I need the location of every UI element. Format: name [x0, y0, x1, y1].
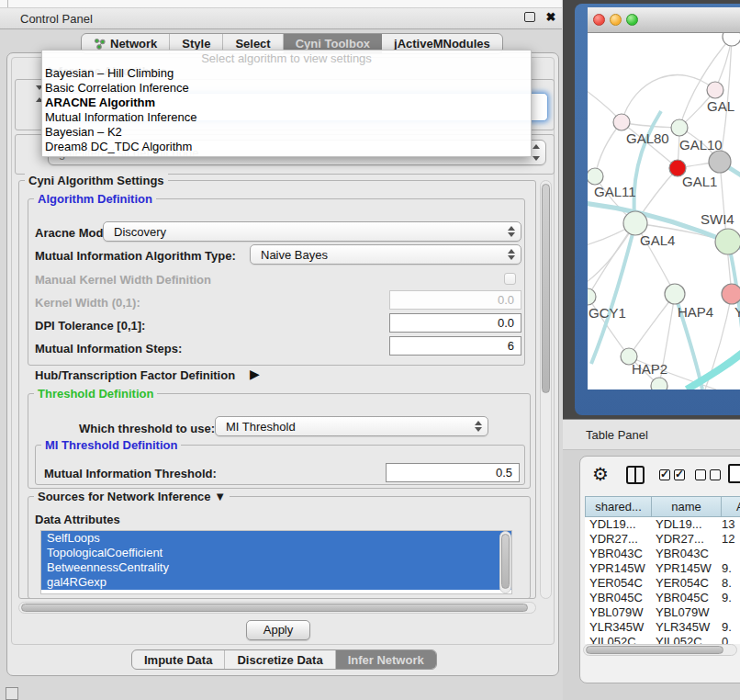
table-row[interactable]: YIL052CYIL052C0 — [585, 635, 740, 644]
kernel-width-label: Kernel Width (0,1): — [35, 296, 140, 310]
sources-title: Sources for Network Inference — [38, 490, 211, 503]
aracne-mode-combobox[interactable]: Discovery — [103, 221, 521, 242]
which-threshold-label: Which threshold to use: — [79, 422, 215, 435]
table-row[interactable]: YBR045CYBR045C9. — [585, 591, 740, 605]
hub-definition-label: Hub/Transcription Factor Definition — [35, 368, 235, 382]
cell: 13 — [722, 517, 740, 532]
close-window-icon[interactable] — [593, 14, 605, 26]
column-header-name[interactable]: name — [652, 496, 722, 517]
deselect-all-icon-2[interactable] — [710, 469, 721, 480]
mi-steps-field[interactable]: 6 — [389, 336, 521, 356]
cell: 0 — [722, 635, 740, 644]
node-gal11[interactable] — [588, 168, 603, 185]
app-root: Control Panel ✖ Network Style Select Cyn… — [0, 0, 740, 700]
cell: 9. — [722, 561, 740, 576]
which-threshold-combobox[interactable]: MI Threshold — [215, 416, 488, 436]
table-row[interactable]: YER054CYER054C8. — [585, 576, 740, 591]
node-gal80[interactable] — [613, 114, 630, 130]
list-item[interactable]: TopologicalCoefficient — [41, 546, 511, 560]
group-title: MI Threshold Definition — [41, 438, 181, 452]
settings-horizontal-scrollbar[interactable] — [18, 602, 536, 614]
node-unlabeled-gray[interactable] — [709, 151, 731, 173]
table-row[interactable]: YDR27...YDR27...12 — [585, 532, 740, 547]
cell: YDR27... — [585, 532, 652, 547]
split-columns-icon[interactable] — [626, 466, 645, 484]
column-header-clipped[interactable]: A — [722, 496, 740, 517]
cell: YLR345W — [652, 620, 722, 635]
dropdown-item[interactable]: Basic Correlation Inference — [45, 81, 528, 96]
kernel-width-field[interactable]: 0.0 — [389, 290, 521, 310]
zoom-window-icon[interactable] — [626, 14, 638, 26]
manual-kernel-width-checkbox[interactable] — [504, 273, 516, 285]
tab-impute-data[interactable]: Impute Data — [132, 650, 225, 669]
tab-label: Discretize Data — [237, 653, 322, 667]
tab-label: Cyni Toolbox — [296, 37, 370, 51]
tab-discretize-data[interactable]: Discretize Data — [225, 650, 335, 669]
select-all-icon-2[interactable] — [674, 469, 685, 480]
node-label: GAL — [707, 98, 734, 114]
node-gal-cut[interactable] — [707, 82, 723, 98]
window-edge-line — [7, 0, 8, 7]
mi-algorithm-type-combobox[interactable]: Naive Bayes — [250, 244, 521, 265]
dropdown-item[interactable]: Bayesian – Hill Climbing — [45, 66, 528, 81]
select-all-icon[interactable] — [659, 469, 670, 480]
list-item[interactable]: BetweennessCentrality — [41, 560, 511, 575]
cell: 12 — [722, 532, 740, 547]
group-title: Cyni Algorithm Settings — [25, 174, 168, 187]
cell: YDL19... — [652, 517, 722, 532]
dropdown-item[interactable]: Bayesian – K2 — [45, 125, 528, 140]
column-header-shared-name[interactable]: shared... — [585, 496, 652, 517]
node-gal10[interactable] — [671, 119, 688, 136]
mi-threshold-label: Mutual Information Threshold: — [44, 467, 217, 480]
network-canvas[interactable]: GAL GAL80 GAL10 GAL1 GAL11 SWI4 GAL4 GCY… — [588, 33, 740, 390]
tab-infer-network[interactable]: Infer Network — [336, 650, 436, 669]
attribute-list-scrollbar[interactable] — [499, 531, 511, 593]
dpi-tolerance-label: DPI Tolerance [0,1]: — [35, 319, 145, 333]
expand-arrow-icon[interactable]: ▶ — [250, 367, 260, 381]
list-item[interactable]: SelfLoops — [41, 531, 511, 546]
table-row[interactable]: YBR043CYBR043C — [585, 547, 740, 561]
dpi-tolerance-field[interactable]: 0.0 — [389, 313, 521, 333]
deselect-all-icon[interactable] — [695, 469, 706, 480]
scrollbar-thumb[interactable] — [501, 534, 510, 589]
panel-title: Control Panel — [20, 8, 93, 29]
close-icon[interactable]: ✖ — [543, 7, 559, 26]
scrollbar-thumb[interactable] — [542, 184, 550, 393]
group-title: Threshold Definition — [34, 387, 157, 401]
apply-button[interactable]: Apply — [246, 620, 310, 640]
table-row[interactable]: YLR345WYLR345W9. — [585, 620, 740, 635]
tab-label: Network — [110, 37, 157, 51]
manual-kernel-width-label: Manual Kernel Width Definition — [35, 273, 211, 287]
gear-icon[interactable]: ⚙ — [592, 463, 609, 485]
mi-threshold-field[interactable]: 0.5 — [386, 463, 520, 482]
node-salmon[interactable] — [722, 284, 740, 304]
bottom-tabbar: Impute Data Discretize Data Infer Networ… — [131, 649, 437, 670]
dropdown-item[interactable]: Dream8 DC_TDC Algorithm — [45, 140, 528, 154]
dropdown-item[interactable]: Mutual Information Inference — [45, 110, 528, 125]
new-table-icon[interactable] — [728, 464, 740, 483]
docked-panel-icon[interactable] — [6, 687, 18, 700]
node-label: GAL80 — [626, 130, 669, 146]
network-window-titlebar[interactable] — [588, 7, 740, 33]
node-unlabeled-bottom[interactable] — [651, 378, 667, 390]
table-panel-title: Table Panel — [586, 420, 648, 450]
cell: YER054C — [585, 576, 652, 591]
table-row[interactable]: YPR145WYPR145W9. — [585, 561, 740, 576]
table-row[interactable]: YDL19...YDL19...13 — [585, 517, 740, 532]
window-top-strip — [0, 0, 562, 7]
node-swi4[interactable] — [715, 229, 740, 254]
settings-vertical-scrollbar[interactable] — [540, 180, 552, 599]
collapse-arrow-icon[interactable]: ▼ — [214, 490, 226, 503]
node-gcy1[interactable] — [588, 288, 596, 305]
float-panel-icon[interactable] — [524, 12, 535, 22]
table-row[interactable]: YBL079WYBL079W — [585, 605, 740, 620]
scrollbar-thumb[interactable] — [21, 604, 528, 612]
dropdown-item-selected[interactable]: ARACNE Algorithm — [45, 96, 528, 110]
minimize-window-icon[interactable] — [610, 14, 622, 26]
scrollbar-thumb[interactable] — [586, 646, 723, 654]
table-horizontal-scrollbar[interactable] — [583, 644, 737, 656]
network-graph: GAL GAL80 GAL10 GAL1 GAL11 SWI4 GAL4 GCY… — [588, 33, 740, 390]
node-hap4[interactable] — [665, 284, 685, 304]
list-item[interactable]: gal4RGexp — [41, 575, 511, 590]
node-label: GAL10 — [679, 137, 723, 152]
